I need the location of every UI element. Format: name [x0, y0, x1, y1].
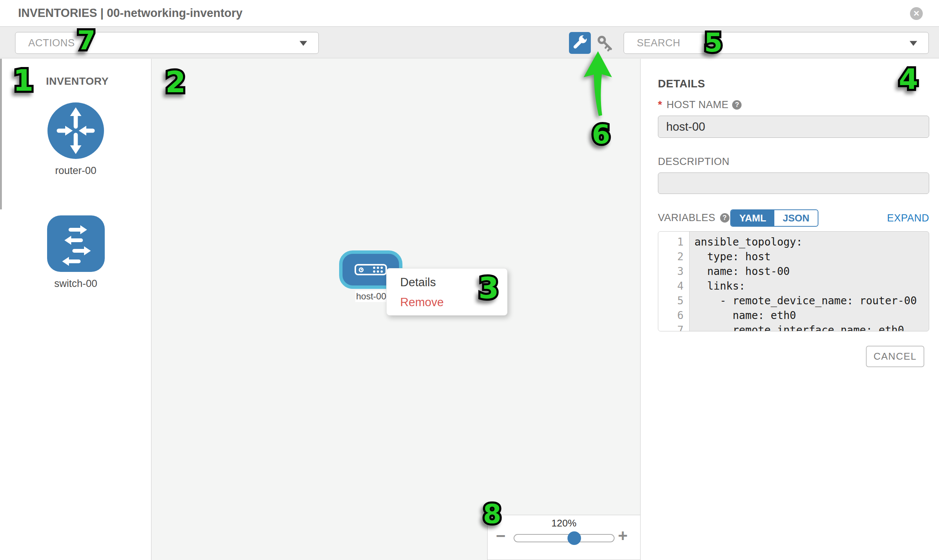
editor-line: 4 links:	[658, 279, 929, 293]
chevron-down-icon	[299, 41, 307, 46]
chevron-down-icon	[910, 41, 917, 46]
zoom-level-value: 120%	[487, 517, 640, 529]
zoom-slider-track[interactable]	[513, 534, 615, 542]
description-label: DESCRIPTION	[658, 156, 729, 168]
host-node-label: host-00	[355, 290, 387, 302]
inventory-palette-sidebar: INVENTORY router-00	[0, 59, 151, 560]
page-title: INVENTORIES | 00-networking-inventory	[18, 0, 242, 26]
zoom-slider-thumb[interactable]	[567, 531, 581, 545]
host-name-label: HOST NAME	[666, 99, 729, 111]
description-input[interactable]	[658, 172, 929, 194]
zoom-control: 120% − +	[487, 515, 641, 560]
description-label-row: DESCRIPTION	[658, 156, 729, 168]
editor-line: 6 name: eth0	[658, 308, 929, 323]
inventory-topology-app: INVENTORIES | 00-networking-inventory ✕ …	[0, 0, 939, 560]
actions-dropdown[interactable]: ACTIONS	[15, 32, 319, 54]
cancel-button[interactable]: CANCEL	[866, 346, 924, 367]
search-dropdown[interactable]: SEARCH	[624, 32, 929, 54]
host-name-label-row: * HOST NAME ?	[658, 98, 742, 111]
actions-dropdown-label: ACTIONS	[28, 37, 75, 49]
palette-item-label: router-00	[0, 165, 151, 177]
variables-format-toggle: YAML JSON	[730, 209, 819, 227]
variables-label: VARIABLES	[658, 212, 715, 224]
inventory-palette-title: INVENTORY	[46, 75, 108, 88]
router-icon	[48, 102, 104, 159]
editor-line: 2 type: host	[658, 249, 929, 264]
editor-line: 7 remote_interface_name: eth0	[658, 323, 929, 331]
palette-item-label: switch-00	[0, 278, 151, 289]
topology-canvas[interactable]: host-00 Details Remove 120% − +	[151, 59, 641, 560]
toolbar: ACTIONS SEARCH	[0, 26, 939, 58]
zoom-out-button[interactable]: −	[496, 526, 506, 545]
search-dropdown-label: SEARCH	[637, 37, 680, 49]
variables-row: VARIABLES ? YAML JSON EXPAND	[658, 209, 929, 226]
help-icon[interactable]: ?	[720, 213, 729, 223]
node-context-menu: Details Remove	[386, 268, 507, 315]
editor-lines: 1ansible_topology: 2 type: host 3 name: …	[658, 235, 929, 331]
editor-line: 5 - remote_device_name: router-00	[658, 293, 929, 308]
context-menu-details[interactable]: Details	[387, 272, 507, 292]
key-icon	[597, 35, 614, 52]
palette-item-switch[interactable]: switch-00	[0, 215, 151, 289]
variables-code-editor[interactable]: 1ansible_topology: 2 type: host 3 name: …	[658, 231, 929, 331]
tab-json[interactable]: JSON	[774, 210, 818, 226]
expand-link[interactable]: EXPAND	[887, 212, 929, 224]
configure-wrench-button[interactable]	[569, 32, 591, 54]
required-asterisk: *	[658, 98, 662, 111]
switch-icon	[47, 215, 105, 272]
host-name-input[interactable]	[658, 115, 929, 138]
editor-line: 3 name: host-00	[658, 264, 929, 279]
wrench-icon	[569, 32, 591, 54]
tab-yaml[interactable]: YAML	[731, 210, 774, 226]
key-credentials-button[interactable]	[597, 35, 614, 52]
help-icon[interactable]: ?	[732, 100, 742, 109]
zoom-in-button[interactable]: +	[618, 526, 628, 545]
editor-line: 1ansible_topology:	[658, 235, 929, 249]
palette-item-router[interactable]: router-00	[0, 102, 151, 177]
host-server-icon	[355, 264, 387, 275]
close-icon[interactable]: ✕	[910, 7, 923, 20]
details-panel: DETAILS * HOST NAME ? DESCRIPTION VARIAB…	[641, 59, 939, 560]
details-panel-title: DETAILS	[658, 78, 705, 90]
context-menu-remove[interactable]: Remove	[387, 292, 507, 312]
